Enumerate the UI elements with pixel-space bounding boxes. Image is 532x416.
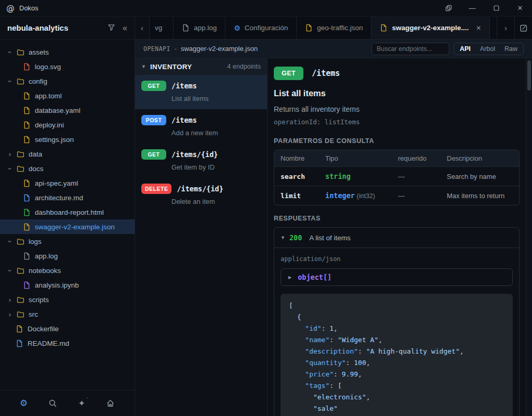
folder-label: scripts (29, 296, 49, 304)
tree-folder-data[interactable]: ›data (0, 147, 135, 161)
file-label: app.toml (35, 92, 62, 100)
folder-icon (17, 267, 24, 275)
response-status-code: 200 (289, 233, 302, 242)
endpoint-item-post-items[interactable]: POST/itemsAdd a new item (135, 109, 267, 144)
minimize-button[interactable]: — (460, 0, 484, 17)
param-description: Max items to return (441, 186, 519, 205)
folder-label: notebooks (29, 267, 61, 275)
tree-file-swagger-v2-example.json[interactable]: swagger-v2-example.json (0, 219, 135, 234)
endpoints-panel: ▼ INVENTORY 4 endpoints GET/itemsList al… (135, 58, 268, 416)
tabs-scroll-left-icon[interactable]: ‹ (135, 17, 150, 39)
tree-file-dashboard-report.html[interactable]: dashboard-report.html (0, 205, 135, 219)
folder-label: assets (29, 48, 49, 56)
endpoint-item-delete-items-id-[interactable]: DELETE/items/{id}Delete an item (135, 178, 267, 212)
tree-file-settings.json[interactable]: settings.json (0, 132, 135, 147)
collapse-sidebar-icon[interactable]: « (123, 23, 127, 33)
endpoint-summary: List all items (274, 88, 520, 98)
query-params-section-title: PARAMETROS DE CONSULTA (274, 137, 520, 145)
param-type: string (319, 167, 392, 186)
tab-swagger-v2-example-[interactable]: swagger-v2-example....✕ (371, 17, 490, 39)
tab-vg[interactable]: vg (150, 17, 174, 39)
file-icon (16, 340, 23, 347)
view-tab-api[interactable]: API (455, 44, 475, 54)
code-line: "electronics", (289, 392, 504, 403)
file-icon (23, 179, 31, 187)
param-required: — (392, 186, 441, 205)
param-name: search (274, 167, 319, 186)
param-type: integer (int32) (319, 186, 392, 205)
tree-file-app.toml[interactable]: app.toml (0, 88, 135, 103)
view-tab-arbol[interactable]: Arbol (475, 44, 500, 54)
file-tree: ›assetslogo.svg›configapp.tomldatabase.y… (0, 40, 135, 390)
tree-folder-docs[interactable]: ›docs (0, 161, 135, 176)
tab-geo-traffic-json[interactable]: geo-traffic.json (297, 17, 371, 39)
tab-label: geo-traffic.json (317, 24, 363, 32)
file-icon (23, 63, 31, 71)
tree-file-deploy.ini[interactable]: deploy.ini (0, 118, 135, 132)
param-col-header: requerido (392, 150, 441, 167)
endpoint-item-get-items[interactable]: GET/itemsList all items (135, 75, 267, 109)
tab-configuraci-n[interactable]: ⚙Configuración (225, 17, 297, 39)
method-badge: GET (141, 149, 166, 160)
tree-file-logo.svg[interactable]: logo.svg (0, 59, 135, 74)
view-tab-raw[interactable]: Raw (500, 44, 522, 54)
file-icon (23, 252, 31, 260)
endpoint-list: GET/itemsList all itemsPOST/itemsAdd a n… (135, 75, 267, 212)
tree-folder-config[interactable]: ›config (0, 74, 135, 88)
close-window-button[interactable]: ✕ (508, 0, 532, 17)
sparkle-dot: · (87, 395, 88, 401)
chevron-down-icon: › (6, 77, 14, 85)
triangle-down-icon: ▼ (141, 64, 146, 69)
endpoint-path: /items (312, 69, 340, 78)
tree-folder-notebooks[interactable]: ›notebooks (0, 263, 135, 278)
assistant-sparkle-icon[interactable]: ✦· (78, 398, 85, 408)
file-label: logo.svg (35, 63, 61, 71)
breadcrumb-separator: - (175, 45, 177, 53)
endpoint-item-get-items-id-[interactable]: GET/items/{id}Get item by ID (135, 144, 267, 178)
file-label: README.md (28, 340, 69, 347)
home-icon[interactable] (106, 399, 115, 408)
file-label: swagger-v2-example.json (35, 223, 115, 231)
maximize-button[interactable] (484, 0, 508, 17)
tree-file-Dockerfile[interactable]: Dockerfile (0, 321, 135, 336)
copy-window-icon[interactable] (436, 0, 460, 17)
tree-file-analysis.ipynb[interactable]: analysis.ipynb (0, 278, 135, 292)
new-file-edit-icon[interactable] (514, 17, 532, 39)
vertical-scrollbar[interactable] (526, 58, 532, 416)
tab-label: Configuración (245, 24, 288, 32)
response-header[interactable]: ▼ 200 A list of items (274, 228, 519, 248)
tree-folder-scripts[interactable]: ›scripts (0, 292, 135, 307)
param-name: limit (274, 186, 319, 205)
method-badge: DELETE (141, 184, 171, 194)
endpoint-summary: Add a new item (141, 129, 261, 137)
endpoint-path: /items (171, 82, 197, 90)
tree-file-app.log[interactable]: app.log (0, 249, 135, 263)
endpoint-group-header[interactable]: ▼ INVENTORY 4 endpoints (135, 58, 267, 75)
tab-app-log[interactable]: app.log (174, 17, 225, 39)
project-name: nebula-analytics (7, 23, 108, 32)
response-body: application/json ▶ object[] [ { "id": 1,… (274, 248, 519, 416)
folder-label: config (29, 77, 47, 85)
folder-label: logs (29, 238, 42, 245)
tree-folder-logs[interactable]: ›logs (0, 234, 135, 249)
folder-icon (17, 150, 24, 158)
endpoint-detail-header: GET /items (274, 67, 520, 80)
operation-id: operationId: listItems (274, 118, 520, 126)
tree-folder-assets[interactable]: ›assets (0, 45, 135, 59)
tabs-scroll-right-icon[interactable]: › (497, 17, 514, 39)
close-tab-icon[interactable]: ✕ (476, 24, 481, 32)
tree-file-api-spec.yaml[interactable]: api-spec.yaml (0, 176, 135, 190)
tree-file-architecture.md[interactable]: architecture.md (0, 190, 135, 205)
tree-file-database.yaml[interactable]: database.yaml (0, 103, 135, 118)
scrollbar-thumb[interactable] (527, 60, 531, 90)
filter-icon[interactable] (108, 23, 115, 33)
settings-icon[interactable]: ⚙ (20, 399, 28, 408)
search-endpoints-input[interactable] (371, 43, 449, 55)
tree-folder-src[interactable]: ›src (0, 307, 135, 321)
tab-label: swagger-v2-example.... (392, 24, 469, 32)
search-icon[interactable] (48, 399, 57, 408)
chevron-down-icon: › (6, 165, 14, 172)
code-line: { (289, 311, 504, 323)
schema-toggle[interactable]: ▶ object[] (281, 268, 513, 286)
tree-file-README.md[interactable]: README.md (0, 336, 135, 350)
